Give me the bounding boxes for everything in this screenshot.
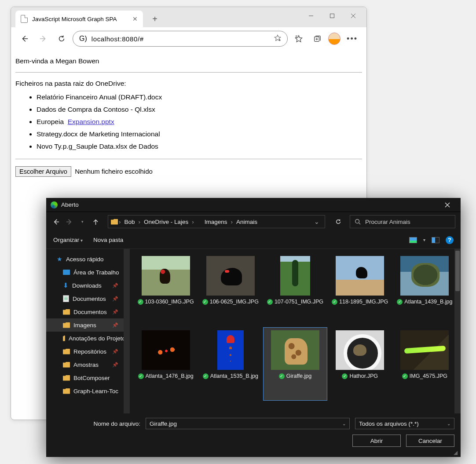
organize-menu[interactable]: Organizar <box>53 237 83 243</box>
breadcrumb-item[interactable]: Bob <box>122 219 138 225</box>
divider <box>15 159 362 159</box>
file-item[interactable]: IMG_4575.JPG <box>393 328 456 400</box>
close-tab-icon[interactable]: ✕ <box>132 15 138 22</box>
tab-title: JavaScript Microsoft Graph SPA <box>32 16 117 22</box>
nav-up-button[interactable] <box>91 217 100 226</box>
chevron-down-icon[interactable]: ⌄ <box>342 421 346 426</box>
cancel-button[interactable]: Cancelar <box>406 435 454 447</box>
close-window-button[interactable] <box>343 7 364 25</box>
more-menu-icon[interactable]: ••• <box>344 34 360 44</box>
file-item[interactable]: Atlanta_1535_B.jpg <box>199 328 262 400</box>
favorite-icon[interactable] <box>274 34 281 43</box>
list-item: Strategy.docx de Marketing Internacional <box>37 129 362 139</box>
file-item[interactable]: Hathor.JPG <box>329 328 392 400</box>
refresh-button[interactable] <box>331 215 345 228</box>
sidebar-item-downloads[interactable]: ⬇Downloads📌 <box>46 279 130 292</box>
file-list: Relatório Financeiro Anual (DRAFT).docx … <box>15 92 362 152</box>
file-item[interactable]: 103-0360_IMG.JPG <box>134 253 197 326</box>
browser-toolbar: G) localhost:8080/# ••• <box>11 27 366 50</box>
sidebar-item-botcomposer[interactable]: BotComposer <box>46 371 130 384</box>
sidebar-item-documents-2[interactable]: Documentos📌 <box>46 305 130 318</box>
chevron-right-icon: › <box>230 219 234 225</box>
close-dialog-button[interactable] <box>439 198 456 212</box>
chevron-down-icon[interactable]: ⌄ <box>311 218 322 225</box>
folder-icon <box>63 322 70 328</box>
new-tab-button[interactable]: + <box>148 12 161 26</box>
file-item-selected[interactable]: Giraffe.jpg <box>264 328 326 400</box>
sidebar-item-documents[interactable]: Documentos📌 <box>46 292 130 305</box>
file-item[interactable]: Atlanta_1476_B.jpg <box>134 328 197 400</box>
file-item[interactable]: 118-1895_IMG.JPG <box>329 253 392 326</box>
browser-tab[interactable]: JavaScript Microsoft Graph SPA ✕ <box>15 11 143 27</box>
sidebar-item-desktop[interactable]: Área de Trabalho <box>46 266 130 279</box>
pin-icon: 📌 <box>112 349 118 354</box>
minimize-button[interactable] <box>300 7 322 25</box>
sync-badge-icon <box>267 299 273 305</box>
sync-badge-icon <box>397 299 403 305</box>
filter-dropdown[interactable]: Todos os arquivos (*.*)⌄ <box>355 418 454 429</box>
scroll-down-icon[interactable]: ▾ <box>124 407 130 413</box>
maximize-button[interactable] <box>322 7 343 25</box>
edge-logo-icon <box>51 201 58 208</box>
forward-button[interactable] <box>36 31 51 46</box>
new-folder-button[interactable]: Nova pasta <box>93 237 123 243</box>
breadcrumb-item[interactable]: Animais <box>234 219 260 225</box>
help-button[interactable]: ? <box>446 236 454 244</box>
chevron-down-icon[interactable]: ⌄ <box>447 421 450 426</box>
dialog-toolbar: Organizar Nova pasta ▾ ? <box>46 231 461 249</box>
filename-input[interactable]: Giraffe.jpg⌄ <box>146 418 350 429</box>
folder-icon <box>63 388 70 394</box>
open-button[interactable]: Abrir <box>352 435 401 447</box>
thumbnail <box>217 330 244 370</box>
nav-forward-button[interactable] <box>65 217 73 226</box>
resize-grip-icon[interactable]: ◢ <box>454 450 460 456</box>
choose-file-button[interactable]: Escolher Arquivo <box>15 166 71 177</box>
sync-badge-icon <box>138 299 143 305</box>
sidebar-item-annotations[interactable]: Anotações do Projeto <box>46 332 130 345</box>
expansion-link[interactable]: Expansion.pptx <box>68 118 114 125</box>
thumbnail <box>400 330 449 370</box>
collections-button[interactable] <box>310 31 325 46</box>
thumbnail <box>142 256 190 296</box>
chevron-right-icon: › <box>118 219 122 225</box>
breadcrumb-item[interactable]: Imagens <box>202 219 230 225</box>
sidebar-item-images[interactable]: Imagens📌 <box>46 318 130 332</box>
sync-badge-icon <box>402 373 408 379</box>
sidebar-item-repos[interactable]: Repositórios📌 <box>46 345 130 358</box>
pin-icon: 📌 <box>112 362 118 368</box>
desktop-icon <box>63 270 70 275</box>
folder-icon <box>63 362 70 368</box>
nav-back-button[interactable] <box>51 217 60 226</box>
list-item: Relatório Financeiro Anual (DRAFT).docx <box>37 92 362 102</box>
preview-pane-icon[interactable] <box>432 237 439 243</box>
dialog-titlebar: Aberto <box>46 198 461 212</box>
favorites-button[interactable] <box>291 31 306 46</box>
view-mode-icon[interactable] <box>409 237 417 243</box>
sidebar-item-quick-access[interactable]: ★Acesso rápido <box>46 252 130 266</box>
sidebar-item-graph[interactable]: Graph-Learn-Toc <box>46 384 130 398</box>
search-placeholder: Procurar Animais <box>365 219 410 225</box>
sidebar-item-samples[interactable]: Amostras📌 <box>46 358 130 371</box>
folder-icon <box>63 336 65 341</box>
file-open-dialog: Aberto ▾ › Bob › OneDrive - Lajes › Imag… <box>46 198 461 457</box>
sync-badge-icon <box>342 373 348 379</box>
file-item[interactable]: 107-0751_IMG.JPG <box>264 253 326 326</box>
file-item[interactable] <box>134 402 197 413</box>
chevron-down-icon[interactable]: ▾ <box>423 237 425 242</box>
scroll-up-icon[interactable]: ▴ <box>124 249 130 255</box>
breadcrumb[interactable]: › Bob › OneDrive - Lajes › Imagens › Ani… <box>108 215 325 228</box>
nav-dropdown-icon[interactable]: ▾ <box>78 217 87 226</box>
scrollbar-thumb[interactable] <box>124 253 129 271</box>
file-item[interactable]: Atlanta_1439_B.jpg <box>393 253 456 326</box>
sync-badge-icon <box>202 299 208 305</box>
scrollbar-thumb[interactable] <box>455 251 460 291</box>
thumbnail <box>271 330 319 370</box>
back-button[interactable] <box>17 31 32 46</box>
profile-avatar[interactable] <box>328 33 341 45</box>
page-content: Bem-vinda a Megan Bowen Ficheiros na pas… <box>11 50 366 184</box>
refresh-button[interactable] <box>54 31 69 46</box>
search-input[interactable]: Procurar Animais <box>350 215 455 228</box>
address-bar[interactable]: G) localhost:8080/# <box>73 31 288 47</box>
file-item[interactable]: 106-0625_IMG.JPG <box>199 253 262 326</box>
breadcrumb-item[interactable]: OneDrive - Lajes <box>141 219 191 225</box>
